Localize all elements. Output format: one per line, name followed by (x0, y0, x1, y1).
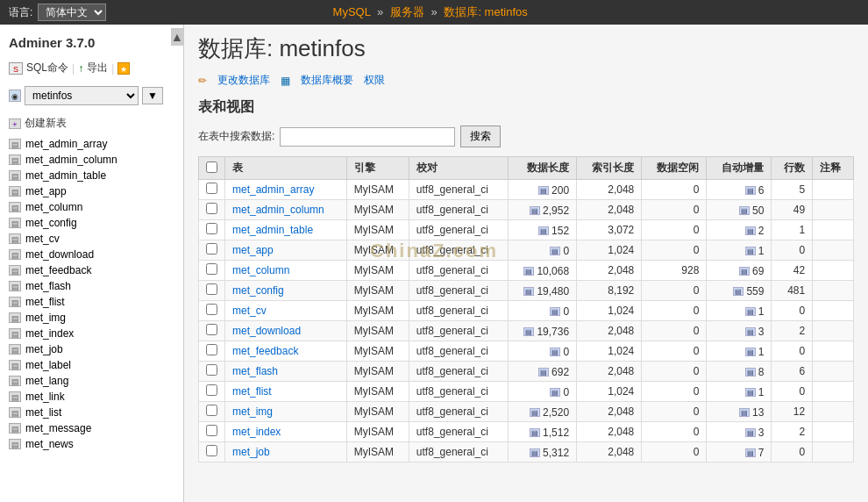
row-idx-len-cell: 2,048 (577, 422, 642, 442)
db-select[interactable]: metinfos (25, 86, 139, 105)
db-select-button[interactable]: ▼ (142, 87, 163, 104)
row-collation-cell: utf8_general_ci (409, 240, 508, 261)
row-data-len-cell: ▤2,520 (508, 402, 576, 422)
row-engine-cell: MyISAM (346, 200, 409, 220)
sidebar-table-link[interactable]: met_list (25, 406, 61, 419)
table-link[interactable]: met_admin_table (232, 224, 313, 236)
sidebar-table-link[interactable]: met_link (25, 391, 65, 403)
row-engine-cell: MyISAM (346, 240, 409, 261)
row-checkbox-cell (199, 301, 225, 321)
row-data-free-cell: 0 (642, 341, 707, 362)
alter-db-link[interactable]: 更改数据库 (217, 73, 270, 88)
row-checkbox[interactable] (206, 425, 217, 436)
table-link[interactable]: met_flist (232, 385, 272, 398)
table-link[interactable]: met_admin_column (232, 204, 324, 216)
table-link[interactable]: met_img (232, 405, 273, 418)
sidebar-toggle-button[interactable]: ▲ (171, 28, 183, 46)
table-link[interactable]: met_cv (232, 305, 267, 317)
row-name-cell: met_index (225, 422, 347, 442)
row-checkbox[interactable] (206, 304, 217, 315)
table-link[interactable]: met_config (232, 284, 284, 297)
table-link[interactable]: met_flash (232, 365, 278, 377)
row-auto-inc-cell: ▤6 (707, 180, 772, 200)
row-collation-cell: utf8_general_ci (409, 180, 508, 200)
row-auto-inc-cell: ▤50 (707, 200, 772, 220)
table-link[interactable]: met_admin_array (232, 183, 314, 196)
table-row: met_index MyISAM utf8_general_ci ▤1,512 … (199, 422, 854, 442)
breadcrumb-server[interactable]: 服务器 (390, 5, 424, 18)
sidebar-table-link[interactable]: met_flash (25, 280, 71, 292)
export-link[interactable]: 导出 (87, 61, 108, 75)
data-icon: ▤ (523, 267, 534, 276)
row-comment-cell (813, 180, 854, 200)
breadcrumb-db[interactable]: 数据库: metinfos (444, 5, 527, 18)
sidebar-table-link[interactable]: met_img (25, 312, 66, 324)
search-button[interactable]: 搜索 (460, 126, 501, 147)
table-link[interactable]: met_download (232, 325, 301, 337)
sidebar-table-link[interactable]: met_news (25, 438, 74, 450)
data-icon: ▤ (523, 287, 534, 296)
table-link[interactable]: met_column (232, 264, 289, 276)
create-table-link[interactable]: + 创建新表 (0, 112, 183, 136)
sidebar-table-link[interactable]: met_feedback (25, 264, 91, 276)
sidebar-table-link[interactable]: met_label (25, 359, 71, 371)
table-link[interactable]: met_app (232, 244, 274, 256)
sql-command-link[interactable]: SQL命令 (26, 61, 68, 75)
sidebar-table-link[interactable]: met_message (25, 422, 91, 434)
row-data-free-cell: 0 (642, 422, 707, 442)
sidebar-table-link[interactable]: met_app (25, 185, 67, 197)
row-checkbox[interactable] (206, 183, 217, 194)
table-icon: ▤ (9, 233, 21, 244)
data-icon: ▤ (523, 327, 534, 336)
row-checkbox-cell (199, 200, 225, 220)
tables-table: 表 引擎 校对 数据长度 索引长度 数据空闲 自动增量 行数 注释 met_ad… (198, 156, 854, 463)
row-checkbox[interactable] (206, 384, 217, 396)
row-rows-cell: 12 (772, 402, 813, 422)
row-checkbox[interactable] (206, 364, 217, 376)
sidebar-table-link[interactable]: met_cv (25, 233, 60, 245)
row-checkbox[interactable] (206, 263, 217, 275)
row-checkbox[interactable] (206, 324, 217, 335)
sidebar-table-link[interactable]: met_index (25, 327, 74, 340)
sidebar-table-link[interactable]: met_column (25, 201, 82, 213)
row-rows-cell: 0 (772, 442, 813, 463)
row-checkbox[interactable] (206, 283, 217, 295)
row-checkbox[interactable] (206, 405, 217, 416)
row-idx-len-cell: 1,024 (577, 301, 642, 321)
row-checkbox[interactable] (206, 445, 217, 456)
row-checkbox[interactable] (206, 223, 217, 234)
permissions-link[interactable]: 权限 (364, 73, 385, 88)
table-row: met_img MyISAM utf8_general_ci ▤2,520 2,… (199, 402, 854, 422)
row-checkbox[interactable] (206, 243, 217, 255)
row-collation-cell: utf8_general_ci (409, 422, 508, 442)
row-checkbox[interactable] (206, 203, 217, 214)
row-comment-cell (813, 281, 854, 301)
table-row: met_admin_column MyISAM utf8_general_ci … (199, 200, 854, 220)
search-input[interactable] (280, 127, 455, 147)
row-checkbox-cell (199, 281, 225, 301)
table-link[interactable]: met_index (232, 426, 281, 438)
table-icon: ▤ (9, 439, 21, 449)
row-auto-inc-cell: ▤1 (707, 301, 772, 321)
language-select[interactable]: 简体中文 English (38, 4, 106, 21)
auto-icon: ▤ (745, 428, 756, 437)
sidebar-table-link[interactable]: met_admin_array (25, 138, 107, 150)
sidebar-table-link[interactable]: met_download (25, 248, 94, 261)
list-item: ▤met_cv (0, 231, 183, 247)
sidebar-table-link[interactable]: met_lang (25, 375, 68, 387)
row-auto-inc-cell: ▤2 (707, 220, 772, 240)
table-link[interactable]: met_feedback (232, 345, 298, 357)
sidebar-table-link[interactable]: met_job (25, 343, 63, 355)
row-auto-inc-cell: ▤3 (707, 422, 772, 442)
row-checkbox[interactable] (206, 344, 217, 355)
row-name-cell: met_column (225, 261, 347, 281)
table-link[interactable]: met_job (232, 446, 270, 458)
row-data-free-cell: 0 (642, 442, 707, 463)
db-overview-link[interactable]: 数据库概要 (301, 73, 353, 88)
sidebar-table-link[interactable]: met_config (25, 217, 77, 229)
select-all-checkbox[interactable] (206, 161, 217, 173)
sidebar-table-link[interactable]: met_admin_column (25, 154, 117, 166)
breadcrumb-mysql[interactable]: MySQL (333, 5, 371, 18)
sidebar-table-link[interactable]: met_flist (25, 296, 65, 308)
sidebar-table-link[interactable]: met_admin_table (25, 169, 106, 182)
